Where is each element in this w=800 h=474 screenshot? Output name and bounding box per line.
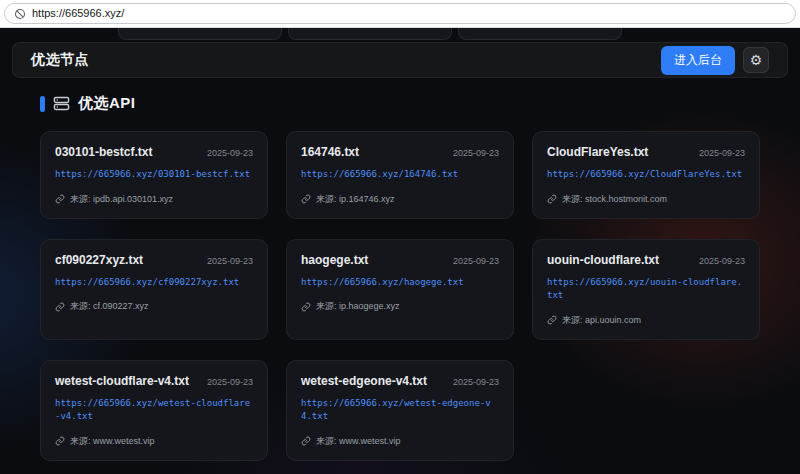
api-card: uouin-cloudflare.txt 2025-09-23 https://… bbox=[532, 239, 760, 340]
file-title: 030101-bestcf.txt bbox=[55, 145, 152, 159]
page-header: 优选节点 进入后台 ⚙ bbox=[12, 42, 788, 78]
file-link[interactable]: https://665966.xyz/cf090227xyz.txt bbox=[55, 276, 253, 290]
file-source: 来源: cf.090227.xyz bbox=[70, 300, 149, 313]
file-source: 来源: www.wetest.vip bbox=[70, 435, 155, 448]
file-source-row: 来源: www.wetest.vip bbox=[301, 435, 499, 448]
link-icon bbox=[55, 436, 65, 446]
file-title: wetest-cloudflare-v4.txt bbox=[55, 374, 189, 388]
api-cards-grid: 030101-bestcf.txt 2025-09-23 https://665… bbox=[40, 131, 760, 461]
file-title: 164746.txt bbox=[301, 145, 359, 159]
file-link[interactable]: https://665966.xyz/wetest-cloudflare-v4.… bbox=[55, 397, 253, 424]
file-link[interactable]: https://665966.xyz/haogege.txt bbox=[301, 276, 499, 290]
file-link[interactable]: https://665966.xyz/164746.txt bbox=[301, 168, 499, 182]
page-background: 优选节点 进入后台 ⚙ 优选API 030101-bestcf.txt 2025… bbox=[0, 28, 800, 474]
site-info-icon[interactable] bbox=[14, 8, 26, 20]
file-source: 来源: stock.hostmonit.com bbox=[562, 193, 667, 206]
url-text: https://665966.xyz/ bbox=[32, 8, 124, 19]
link-icon bbox=[301, 302, 311, 312]
file-source: 来源: ipdb.api.030101.xyz bbox=[70, 193, 173, 206]
link-icon bbox=[301, 194, 311, 204]
api-card: cf090227xyz.txt 2025-09-23 https://66596… bbox=[40, 239, 268, 340]
file-title: wetest-edgeone-v4.txt bbox=[301, 374, 427, 388]
file-date: 2025-09-23 bbox=[207, 256, 253, 266]
file-source-row: 来源: ip.164746.xyz bbox=[301, 193, 499, 206]
server-stack-icon bbox=[53, 96, 70, 111]
file-link[interactable]: https://665966.xyz/uouin-cloudflare.txt bbox=[547, 276, 745, 303]
file-date: 2025-09-23 bbox=[207, 148, 253, 158]
browser-toolbar: https://665966.xyz/ bbox=[0, 0, 800, 28]
partial-card bbox=[458, 28, 622, 40]
admin-button[interactable]: 进入后台 bbox=[661, 46, 735, 75]
file-source-row: 来源: www.wetest.vip bbox=[55, 435, 253, 448]
link-icon bbox=[55, 194, 65, 204]
file-date: 2025-09-23 bbox=[207, 377, 253, 387]
file-date: 2025-09-23 bbox=[699, 256, 745, 266]
file-link[interactable]: https://665966.xyz/030101-bestcf.txt bbox=[55, 168, 253, 182]
file-title: haogege.txt bbox=[301, 253, 368, 267]
section-title: 优选API bbox=[78, 94, 136, 113]
settings-button[interactable]: ⚙ bbox=[743, 47, 769, 73]
api-card: haogege.txt 2025-09-23 https://665966.xy… bbox=[286, 239, 514, 340]
file-source: 来源: api.uouin.com bbox=[562, 314, 641, 327]
section-header: 优选API bbox=[40, 94, 760, 113]
file-source-row: 来源: stock.hostmonit.com bbox=[547, 193, 745, 206]
file-date: 2025-09-23 bbox=[453, 377, 499, 387]
partial-card bbox=[118, 28, 282, 40]
link-icon bbox=[547, 194, 557, 204]
file-date: 2025-09-23 bbox=[699, 148, 745, 158]
link-icon bbox=[301, 436, 311, 446]
api-card: 164746.txt 2025-09-23 https://665966.xyz… bbox=[286, 131, 514, 219]
file-title: cf090227xyz.txt bbox=[55, 253, 143, 267]
file-title: uouin-cloudflare.txt bbox=[547, 253, 659, 267]
file-date: 2025-09-23 bbox=[453, 148, 499, 158]
file-title: CloudFlareYes.txt bbox=[547, 145, 648, 159]
file-source: 来源: ip.haogege.xyz bbox=[316, 300, 400, 313]
api-card: wetest-edgeone-v4.txt 2025-09-23 https:/… bbox=[286, 360, 514, 461]
header-actions: 进入后台 ⚙ bbox=[661, 46, 769, 75]
file-link[interactable]: https://665966.xyz/CloudFlareYes.txt bbox=[547, 168, 745, 182]
file-link[interactable]: https://665966.xyz/wetest-edgeone-v4.txt bbox=[301, 397, 499, 424]
address-bar[interactable]: https://665966.xyz/ bbox=[4, 3, 796, 24]
section-accent-bar bbox=[40, 96, 45, 112]
link-icon bbox=[55, 302, 65, 312]
api-card: wetest-cloudflare-v4.txt 2025-09-23 http… bbox=[40, 360, 268, 461]
partial-card bbox=[288, 28, 452, 40]
file-source-row: 来源: ip.haogege.xyz bbox=[301, 300, 499, 313]
page-title: 优选节点 bbox=[31, 51, 89, 69]
file-source: 来源: www.wetest.vip bbox=[316, 435, 401, 448]
file-source-row: 来源: ipdb.api.030101.xyz bbox=[55, 193, 253, 206]
api-card: CloudFlareYes.txt 2025-09-23 https://665… bbox=[532, 131, 760, 219]
file-source-row: 来源: cf.090227.xyz bbox=[55, 300, 253, 313]
gear-icon: ⚙ bbox=[750, 53, 763, 67]
api-card: 030101-bestcf.txt 2025-09-23 https://665… bbox=[40, 131, 268, 219]
file-source: 来源: ip.164746.xyz bbox=[316, 193, 395, 206]
file-date: 2025-09-23 bbox=[453, 256, 499, 266]
link-icon bbox=[547, 315, 557, 325]
file-source-row: 来源: api.uouin.com bbox=[547, 314, 745, 327]
